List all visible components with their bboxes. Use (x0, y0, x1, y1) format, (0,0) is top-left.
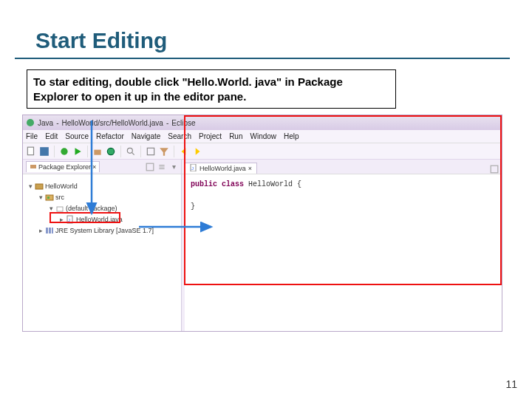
toolbar-separator (174, 146, 174, 157)
menu-run[interactable]: Run (229, 132, 242, 140)
package-label: (default package) (66, 205, 117, 212)
tree-project[interactable]: ▾ HelloWorld (24, 180, 180, 191)
explorer-header: Package Explorer × ▾ (23, 160, 181, 174)
project-label: HelloWorld (45, 183, 78, 190)
toolbar-separator (120, 146, 121, 157)
search-icon[interactable] (126, 146, 136, 157)
svg-rect-14 (146, 163, 154, 171)
svg-rect-23 (52, 228, 53, 233)
eclipse-window: Java - HelloWorld/src/HelloWorld.java - … (22, 115, 502, 332)
menu-help[interactable]: Help (284, 132, 299, 140)
titlebar-perspective: Java (38, 119, 53, 127)
svg-rect-18 (57, 207, 63, 211)
svg-rect-17 (47, 197, 50, 199)
menu-file[interactable]: File (26, 132, 38, 140)
svg-point-3 (61, 148, 67, 154)
titlebar-sep: - (56, 119, 58, 127)
editor-pane: J HelloWorld.java × public class HelloWo… (182, 160, 502, 331)
svg-rect-13 (30, 165, 36, 168)
svg-point-6 (107, 148, 114, 154)
editor-tabbar: J HelloWorld.java × (182, 160, 502, 174)
back-icon[interactable] (179, 146, 189, 157)
titlebar-sep2: - (166, 119, 168, 127)
forward-icon[interactable] (192, 146, 202, 157)
menu-window[interactable]: Window (250, 132, 276, 140)
debug-icon[interactable] (59, 146, 69, 157)
svg-marker-12 (196, 148, 200, 154)
expand-icon[interactable]: ▾ (27, 183, 33, 189)
menu-search[interactable]: Search (168, 132, 191, 140)
menu-refactor[interactable]: Refactor (96, 132, 124, 140)
library-icon (45, 226, 54, 235)
editor-tab-label: HelloWorld.java (200, 165, 246, 172)
workspace: Package Explorer × ▾ ▾ HelloWorld ▾ src (23, 160, 502, 331)
svg-rect-2 (40, 147, 49, 156)
java-file-icon: J (190, 164, 197, 173)
new-package-icon[interactable] (92, 146, 103, 157)
package-icon (55, 204, 64, 213)
src-label: src (55, 194, 64, 201)
expand-icon[interactable]: ▾ (48, 205, 54, 211)
collapse-all-icon[interactable] (157, 163, 166, 171)
code-line: } (191, 201, 496, 212)
toolbar-separator (54, 146, 55, 157)
app-icon (26, 118, 35, 127)
package-icon (30, 163, 37, 171)
link-with-editor-icon[interactable] (146, 163, 154, 171)
instruction-text: To star editing, double click "Hello.Wor… (27, 69, 396, 109)
expand-icon[interactable]: ▾ (38, 194, 44, 200)
menu-source[interactable]: Source (65, 132, 89, 140)
page-number: 11 (505, 378, 517, 390)
svg-point-0 (27, 119, 34, 126)
menu-edit[interactable]: Edit (45, 132, 58, 140)
menu-navigate[interactable]: Navigate (132, 132, 160, 140)
tab-close-icon[interactable]: × (248, 165, 252, 172)
tree-jre[interactable]: ▸ JRE System Library [JavaSE 1.7] (24, 225, 180, 236)
main-toolbar (23, 143, 502, 160)
keyword: public class (191, 180, 244, 188)
code-text: HelloWorld { (244, 180, 301, 188)
window-titlebar: Java - HelloWorld/src/HelloWorld.java - … (23, 115, 502, 130)
view-menu-icon[interactable]: ▾ (169, 163, 178, 171)
toolbar-separator (87, 146, 88, 157)
menu-bar: File Edit Source Refactor Navigate Searc… (23, 130, 502, 143)
svg-marker-4 (75, 148, 81, 154)
toggle-icon[interactable] (146, 146, 156, 157)
explorer-tab-label: Package Explorer (38, 163, 91, 171)
svg-marker-10 (160, 148, 168, 156)
project-tree: ▾ HelloWorld ▾ src ▾ (default package) ▸… (23, 174, 181, 237)
svg-rect-15 (35, 184, 43, 189)
file-highlight-annotation (50, 212, 120, 223)
titlebar-app: Eclipse (171, 119, 195, 127)
tree-src[interactable]: ▾ src (24, 191, 180, 202)
slide-title: Start Editing (15, 0, 510, 59)
svg-rect-5 (94, 149, 100, 154)
toolbar-separator (140, 146, 141, 157)
svg-text:J: J (191, 166, 194, 171)
tab-close-icon[interactable]: × (92, 163, 96, 171)
project-icon (35, 182, 44, 191)
new-icon[interactable] (26, 146, 36, 157)
svg-rect-22 (49, 228, 51, 233)
menu-project[interactable]: Project (199, 132, 222, 140)
editor-tab[interactable]: J HelloWorld.java × (185, 163, 257, 174)
expand-icon[interactable]: ▸ (38, 228, 44, 233)
package-explorer-pane: Package Explorer × ▾ ▾ HelloWorld ▾ src (23, 160, 182, 331)
src-folder-icon (45, 193, 54, 202)
titlebar-path: HelloWorld/src/HelloWorld.java (61, 119, 163, 127)
package-explorer-tab[interactable]: Package Explorer × (26, 161, 100, 172)
code-editor[interactable]: public class HelloWorld { } (182, 174, 502, 331)
svg-rect-1 (27, 147, 33, 155)
svg-rect-26 (491, 166, 498, 173)
svg-marker-11 (182, 148, 186, 154)
save-icon[interactable] (39, 146, 50, 157)
svg-rect-9 (147, 148, 154, 154)
maximize-icon[interactable] (490, 165, 499, 174)
code-line: public class HelloWorld { (191, 179, 496, 190)
jre-label: JRE System Library [JavaSE 1.7] (55, 227, 154, 234)
run-icon[interactable] (72, 146, 83, 157)
svg-line-8 (132, 152, 134, 155)
new-class-icon[interactable] (106, 146, 116, 157)
code-blank-line (191, 190, 496, 201)
filter-icon[interactable] (159, 146, 169, 157)
